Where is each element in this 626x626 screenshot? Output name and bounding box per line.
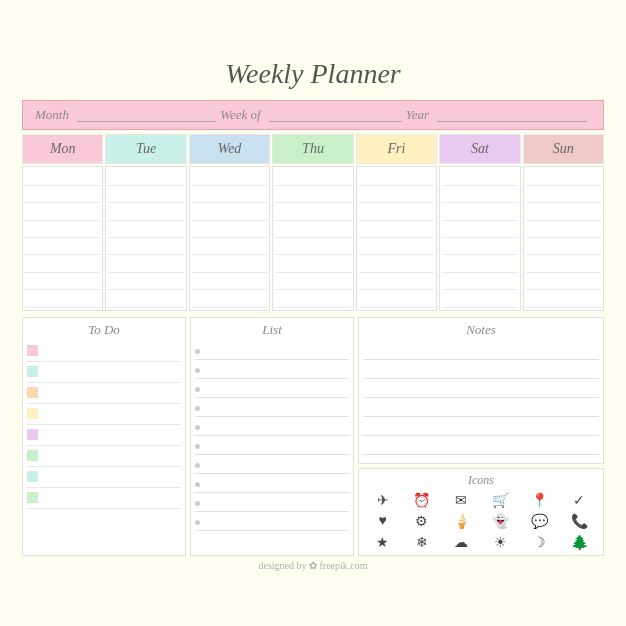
- todo-checkbox[interactable]: [27, 387, 38, 398]
- todo-item[interactable]: [27, 386, 181, 404]
- day-col-sat[interactable]: [439, 166, 520, 311]
- day-col-tue[interactable]: [105, 166, 186, 311]
- todo-title: To Do: [27, 322, 181, 340]
- todo-item[interactable]: [27, 407, 181, 425]
- todo-section: To Do: [22, 317, 186, 556]
- note-line[interactable]: [363, 382, 599, 398]
- day-header-sat: Sat: [439, 134, 520, 164]
- sun-icon: ☀: [483, 534, 518, 551]
- todo-checkbox[interactable]: [27, 366, 38, 377]
- calendar-grid: [22, 166, 604, 311]
- header-row: Month Week of Year: [22, 100, 604, 130]
- check-icon: ✓: [562, 492, 597, 509]
- list-section: List: [190, 317, 354, 556]
- todo-item[interactable]: [27, 470, 181, 488]
- icons-section: Icons ✈ ⏰ ✉ 🛒 📍 ✓ ♥ ⚙ 🍦 👻 💬 📞 ★ ❄ ☁: [358, 468, 604, 556]
- week-of-field: Week of: [220, 107, 405, 123]
- list-line[interactable]: [195, 458, 349, 474]
- todo-checkbox[interactable]: [27, 345, 38, 356]
- note-line[interactable]: [363, 420, 599, 436]
- day-col-thu[interactable]: [272, 166, 353, 311]
- notes-title: Notes: [363, 322, 599, 340]
- footer: designed by ✿ freepik.com: [22, 560, 604, 571]
- bottom-section: To Do List: [22, 317, 604, 556]
- notes-section: Notes: [358, 317, 604, 464]
- day-col-wed[interactable]: [189, 166, 270, 311]
- todo-item[interactable]: [27, 344, 181, 362]
- planner-container: Weekly Planner Month Week of Year Mon Tu…: [8, 48, 618, 579]
- icecream-icon: 🍦: [444, 513, 479, 530]
- chat-icon: 💬: [522, 513, 557, 530]
- todo-checkbox[interactable]: [27, 492, 38, 503]
- moon-icon: ☽: [522, 534, 557, 551]
- days-header: Mon Tue Wed Thu Fri Sat Sun: [22, 134, 604, 164]
- star-icon: ★: [365, 534, 400, 551]
- day-col-sun[interactable]: [523, 166, 604, 311]
- day-header-thu: Thu: [272, 134, 353, 164]
- list-line[interactable]: [195, 363, 349, 379]
- heart-icon: ♥: [365, 513, 400, 530]
- ghost-icon: 👻: [483, 513, 518, 530]
- todo-item[interactable]: [27, 449, 181, 467]
- todo-checkbox[interactable]: [27, 471, 38, 482]
- icons-grid: ✈ ⏰ ✉ 🛒 📍 ✓ ♥ ⚙ 🍦 👻 💬 📞 ★ ❄ ☁ ☀ ☽: [365, 492, 597, 551]
- note-line[interactable]: [363, 401, 599, 417]
- location-icon: 📍: [522, 492, 557, 509]
- list-title: List: [195, 322, 349, 340]
- phone-icon: 📞: [562, 513, 597, 530]
- year-label: Year: [406, 107, 429, 123]
- todo-item[interactable]: [27, 428, 181, 446]
- todo-checkbox[interactable]: [27, 408, 38, 419]
- airplane-icon: ✈: [365, 492, 400, 509]
- day-col-fri[interactable]: [356, 166, 437, 311]
- month-label: Month: [35, 107, 69, 123]
- list-line[interactable]: [195, 439, 349, 455]
- todo-list: [27, 344, 181, 509]
- notes-lines: [363, 344, 599, 455]
- day-col-mon[interactable]: [22, 166, 103, 311]
- list-lines: [195, 344, 349, 531]
- cloud-icon: ☁: [444, 534, 479, 551]
- list-line[interactable]: [195, 382, 349, 398]
- note-line[interactable]: [363, 363, 599, 379]
- day-header-mon: Mon: [22, 134, 103, 164]
- list-line[interactable]: [195, 496, 349, 512]
- note-line[interactable]: [363, 344, 599, 360]
- day-header-sun: Sun: [523, 134, 604, 164]
- list-line[interactable]: [195, 420, 349, 436]
- day-header-fri: Fri: [356, 134, 437, 164]
- todo-checkbox[interactable]: [27, 429, 38, 440]
- email-icon: ✉: [444, 492, 479, 509]
- notes-column: Notes Icons ✈ ⏰ ✉ 🛒 📍: [358, 317, 604, 556]
- month-field: Month: [35, 107, 220, 123]
- list-line[interactable]: [195, 344, 349, 360]
- note-line[interactable]: [363, 439, 599, 455]
- week-of-label: Week of: [220, 107, 260, 123]
- snowflake-icon: ❄: [404, 534, 439, 551]
- todo-item[interactable]: [27, 491, 181, 509]
- icons-title: Icons: [365, 473, 597, 488]
- gear-icon: ⚙: [404, 513, 439, 530]
- cart-icon: 🛒: [483, 492, 518, 509]
- list-line[interactable]: [195, 477, 349, 493]
- day-header-wed: Wed: [189, 134, 270, 164]
- year-field: Year: [406, 107, 591, 123]
- list-line[interactable]: [195, 401, 349, 417]
- tree-icon: 🌲: [562, 534, 597, 551]
- list-line[interactable]: [195, 515, 349, 531]
- todo-checkbox[interactable]: [27, 450, 38, 461]
- todo-item[interactable]: [27, 365, 181, 383]
- clock-icon: ⏰: [404, 492, 439, 509]
- day-header-tue: Tue: [105, 134, 186, 164]
- page-title: Weekly Planner: [22, 58, 604, 90]
